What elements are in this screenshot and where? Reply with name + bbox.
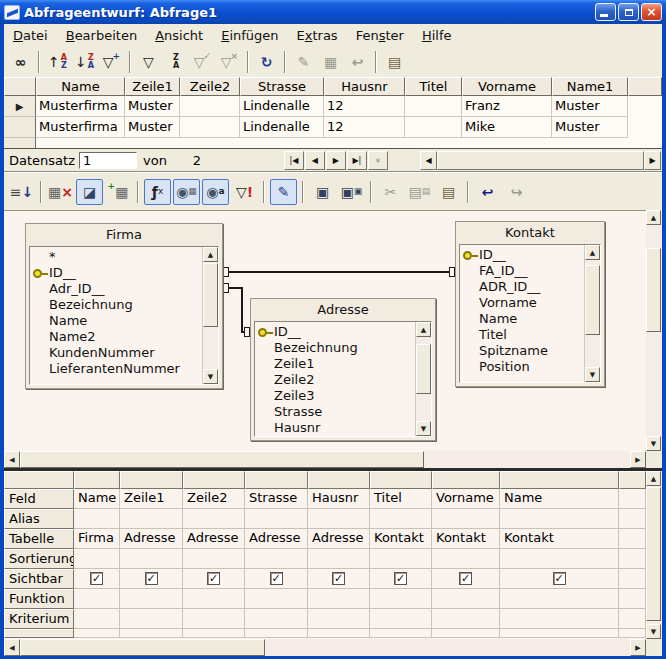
sort-descending-button[interactable]: ↓ZA (72, 50, 97, 73)
query-cell[interactable]: Zeile1 (120, 489, 183, 509)
scroll-down-button[interactable]: ▼ (646, 436, 661, 451)
scroll-up-button[interactable]: ▲ (646, 210, 661, 225)
scroll-down-button[interactable]: ▼ (416, 421, 431, 436)
query-cell[interactable]: ✓ (183, 569, 245, 589)
query-cell[interactable] (370, 549, 432, 569)
sort-ascending-button[interactable]: ↑AZ (45, 50, 70, 73)
scroll-right-button[interactable]: ▶ (630, 639, 646, 656)
scroll-right-button[interactable]: ▶ (644, 151, 661, 170)
field-lieferantennummer[interactable]: LieferantenNummer (32, 361, 200, 377)
scroll-down-button[interactable]: ▼ (646, 624, 661, 639)
field-adrid[interactable]: ADR_ID__ (462, 279, 582, 295)
record-number-input[interactable] (79, 152, 137, 169)
cell[interactable]: Muster (125, 96, 180, 117)
edit-data-button[interactable]: ✎ (291, 50, 316, 73)
previous-record-button[interactable]: ◀ (305, 151, 325, 170)
alias-row-button[interactable]: ◉a (202, 179, 229, 205)
query-cell[interactable] (183, 549, 245, 569)
scroll-thumb[interactable] (20, 639, 265, 656)
field-vorname[interactable]: Vorname (462, 295, 582, 311)
field-id[interactable]: ID__ (462, 247, 582, 263)
sort-order-button[interactable]: ZA (163, 50, 188, 73)
query-cell[interactable] (432, 589, 500, 609)
add-table-button[interactable]: +▦ (105, 179, 132, 205)
cell[interactable]: Mike (462, 117, 552, 138)
query-cell[interactable]: Name (500, 489, 619, 509)
field-name2[interactable]: Name2 (32, 329, 200, 345)
undo-button[interactable]: ↩ (474, 179, 501, 205)
query-column-header[interactable] (308, 471, 370, 489)
field-hausnr[interactable]: Hausnr (257, 420, 413, 436)
scroll-left-button[interactable]: ◀ (4, 451, 20, 468)
field-position[interactable]: Position (462, 359, 582, 375)
scroll-thumb[interactable] (646, 487, 661, 621)
scroll-left-button[interactable]: ◀ (420, 151, 437, 170)
field-name[interactable]: Name (32, 313, 200, 329)
cell[interactable]: Muster (552, 117, 628, 138)
query-cell[interactable] (432, 609, 500, 629)
cell[interactable]: Franz (462, 96, 552, 117)
apply-filter-button[interactable]: ▽✓ (190, 50, 215, 73)
query-cell[interactable] (120, 549, 183, 569)
minimize-button[interactable] (595, 3, 616, 21)
cell[interactable] (180, 117, 240, 138)
query-cell[interactable] (183, 509, 245, 529)
query-cell[interactable] (500, 509, 619, 529)
field-zeile3[interactable]: Zeile3 (257, 388, 413, 404)
query-cell[interactable] (120, 589, 183, 609)
query-cell[interactable]: ✓ (308, 569, 370, 589)
query-cell[interactable] (370, 609, 432, 629)
row-selector[interactable] (4, 117, 36, 138)
scroll-thumb[interactable] (437, 151, 644, 170)
query-cell[interactable] (308, 609, 370, 629)
query-cell[interactable] (245, 509, 308, 529)
cell[interactable]: Lindenalle (240, 96, 324, 117)
save-as-button[interactable]: ▣▣ (338, 179, 365, 205)
query-cell[interactable] (74, 549, 120, 569)
query-cell[interactable] (245, 609, 308, 629)
save-record-button[interactable]: ▦ (318, 50, 343, 73)
cell[interactable] (180, 96, 240, 117)
query-cell[interactable]: Adresse (308, 529, 370, 549)
scroll-right-button[interactable]: ▶ (630, 451, 646, 468)
column-header-titel[interactable]: Titel (405, 77, 462, 96)
table-box-adresse[interactable]: AdresseID__BezeichnungZeile1Zeile2Zeile3… (250, 298, 436, 441)
query-column-header[interactable] (370, 471, 432, 489)
first-record-button[interactable]: |◀ (284, 151, 304, 170)
column-header-name[interactable]: Name (36, 77, 125, 96)
visible-checkbox[interactable]: ✓ (394, 572, 407, 585)
visible-checkbox[interactable]: ✓ (90, 572, 103, 585)
query-column-header[interactable] (120, 471, 183, 489)
menu-item-extras[interactable]: Extras (288, 26, 347, 45)
visible-checkbox[interactable]: ✓ (270, 572, 283, 585)
redo-button[interactable]: ↪ (503, 179, 530, 205)
field-id[interactable]: ID__ (32, 265, 200, 281)
table-box-firma[interactable]: Firma*ID__Adr_ID__BezeichnungNameName2Ku… (25, 223, 223, 389)
scroll-thumb[interactable] (416, 344, 431, 394)
distinct-values-button[interactable]: ▽! (231, 179, 258, 205)
query-cell[interactable]: Titel (370, 489, 432, 509)
query-cell[interactable]: ✓ (500, 569, 619, 589)
query-cell[interactable]: ✓ (370, 569, 432, 589)
menu-item-hilfe[interactable]: Hilfe (413, 26, 461, 45)
scroll-down-button[interactable]: ▼ (585, 367, 600, 382)
autofilter-button[interactable]: ▽+ (99, 50, 124, 73)
scroll-up-button[interactable]: ▲ (416, 322, 431, 337)
query-cell[interactable]: Adresse (183, 529, 245, 549)
cell[interactable]: Lindenalle (240, 117, 324, 138)
query-cell[interactable] (500, 589, 619, 609)
cell[interactable]: 12 (324, 117, 405, 138)
scroll-thumb[interactable] (20, 451, 424, 468)
query-cell[interactable] (245, 589, 308, 609)
field-bezeichnung[interactable]: Bezeichnung (32, 297, 200, 313)
query-cell[interactable]: Firma (74, 529, 120, 549)
scroll-up-button[interactable]: ▲ (203, 247, 218, 262)
remove-filter-button[interactable]: ▽× (217, 50, 242, 73)
scroll-up-button[interactable]: ▲ (585, 245, 600, 260)
last-record-button[interactable]: ▶| (347, 151, 367, 170)
run-query-button[interactable]: ≡↓ (8, 179, 35, 205)
close-button[interactable]: × (641, 3, 662, 21)
query-cell[interactable] (74, 609, 120, 629)
scroll-thumb[interactable] (646, 248, 661, 332)
field-strasse[interactable]: Strasse (257, 404, 413, 420)
